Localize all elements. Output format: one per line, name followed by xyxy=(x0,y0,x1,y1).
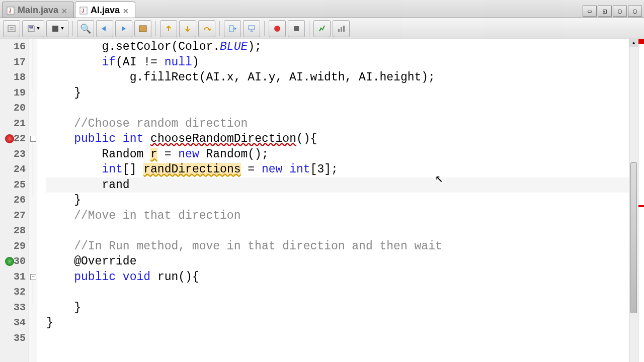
line-number: 31 xyxy=(0,269,26,285)
separator xyxy=(309,21,309,36)
line-number: 32 xyxy=(0,285,26,300)
code-area[interactable]: g.setColor(Color.BLUE); if(AI != null) g… xyxy=(37,39,629,362)
error-marker[interactable] xyxy=(638,39,644,44)
line-number: 26 xyxy=(0,193,26,208)
run-to-button[interactable] xyxy=(224,20,241,37)
java-file-icon: J xyxy=(79,7,88,15)
java-file-icon: J xyxy=(7,7,15,15)
separator xyxy=(219,21,220,36)
line-number: 23 xyxy=(0,147,26,162)
code-line[interactable]: } xyxy=(46,85,629,101)
close-icon[interactable]: ✕ xyxy=(61,7,68,14)
error-marker[interactable] xyxy=(638,205,644,207)
line-number: 17 xyxy=(0,55,26,70)
scroll-up-icon[interactable]: ▴ xyxy=(629,39,638,47)
line-number: 34 xyxy=(0,315,26,331)
tab-bar: J Main.java ✕ J AI.java ✕ ▭ ◱ ▢ ▢ xyxy=(0,0,644,18)
separator xyxy=(155,21,156,36)
code-line[interactable]: if(AI != null) xyxy=(46,55,629,70)
code-line[interactable]: } xyxy=(46,193,629,208)
line-number: 24 xyxy=(0,162,26,177)
line-number: 29 xyxy=(0,239,26,254)
fold-toggle[interactable]: − xyxy=(30,274,36,280)
find-button[interactable]: 🔍 xyxy=(77,20,94,37)
scroll-thumb[interactable] xyxy=(630,162,637,313)
code-line[interactable]: g.fillRect(AI.x, AI.y, AI.width, AI.heig… xyxy=(46,70,629,85)
heap-button[interactable] xyxy=(333,20,350,37)
svg-rect-13 xyxy=(338,29,340,32)
tab-ai-java[interactable]: J AI.java ✕ xyxy=(75,2,135,18)
svg-text:J: J xyxy=(82,8,85,14)
svg-rect-10 xyxy=(249,26,255,30)
history-dropdown[interactable]: ▼ xyxy=(46,20,68,37)
stop-button[interactable] xyxy=(288,20,305,37)
minimize-button[interactable]: ▭ xyxy=(583,6,597,17)
code-editor[interactable]: 1617181920212223242526272829303132333435… xyxy=(0,39,644,362)
line-number: 16 xyxy=(0,39,26,55)
line-number: 33 xyxy=(0,300,26,316)
code-line[interactable]: Random r = new Random(); xyxy=(46,147,629,162)
override-icon[interactable] xyxy=(5,257,14,266)
editor-toolbar: ▼ ▼ 🔍 xyxy=(0,18,644,39)
line-gutter: 1617181920212223242526272829303132333435 xyxy=(0,39,29,362)
line-number: 27 xyxy=(0,208,26,224)
code-line[interactable] xyxy=(46,331,629,346)
back-button[interactable] xyxy=(96,20,113,37)
tab-label: AI.java xyxy=(91,5,120,16)
svg-text:J: J xyxy=(9,8,12,14)
line-number: 18 xyxy=(0,70,26,85)
vertical-scrollbar[interactable]: ▴ xyxy=(629,39,638,362)
code-line[interactable] xyxy=(46,223,629,239)
code-line[interactable]: @Override xyxy=(46,254,629,269)
tab-label: Main.java xyxy=(18,5,58,16)
fold-column: −− xyxy=(29,39,37,362)
line-number: 20 xyxy=(0,101,26,116)
code-line[interactable]: //Move in that direction xyxy=(46,208,629,224)
close-icon[interactable]: ✕ xyxy=(123,7,130,14)
line-number: 21 xyxy=(0,116,26,132)
error-stripe[interactable] xyxy=(638,39,644,362)
line-number: 25 xyxy=(0,177,26,193)
tab-main-java[interactable]: J Main.java ✕ xyxy=(2,2,74,18)
code-line[interactable]: //Choose random direction xyxy=(46,116,629,132)
code-line[interactable] xyxy=(46,285,629,300)
restore-button[interactable]: ◱ xyxy=(598,6,612,17)
window-controls: ▭ ◱ ▢ ▢ xyxy=(583,6,644,18)
step-up-button[interactable] xyxy=(160,20,177,37)
fold-toggle[interactable]: − xyxy=(30,136,36,142)
save-dropdown[interactable]: ▼ xyxy=(22,20,44,37)
svg-point-11 xyxy=(274,26,280,32)
step-over-button[interactable] xyxy=(198,20,215,37)
svg-rect-12 xyxy=(294,26,299,31)
record-button[interactable] xyxy=(269,20,286,37)
code-line[interactable]: } xyxy=(46,315,629,331)
apply-button[interactable] xyxy=(243,20,260,37)
svg-rect-7 xyxy=(52,26,58,32)
code-line[interactable]: g.setColor(Color.BLUE); xyxy=(46,39,629,55)
svg-rect-14 xyxy=(341,27,342,32)
code-line[interactable]: public void run(){ xyxy=(46,269,629,285)
close-button[interactable]: ▢ xyxy=(628,6,642,17)
maximize-button[interactable]: ▢ xyxy=(613,6,627,17)
code-line[interactable]: public int chooseRandomDirection(){ xyxy=(46,131,629,147)
source-button[interactable] xyxy=(3,20,20,37)
disk-button[interactable] xyxy=(134,20,151,37)
separator xyxy=(72,21,73,36)
profile-button[interactable] xyxy=(313,20,331,37)
separator xyxy=(264,21,265,36)
svg-rect-8 xyxy=(139,26,146,32)
code-line[interactable] xyxy=(46,101,629,116)
svg-rect-15 xyxy=(343,26,345,32)
svg-rect-9 xyxy=(229,26,233,32)
line-number: 35 xyxy=(0,331,26,346)
code-line[interactable]: rand xyxy=(46,177,629,193)
code-line[interactable]: int[] randDirections = new int[3]; xyxy=(46,162,629,177)
line-number: 19 xyxy=(0,85,26,101)
svg-rect-4 xyxy=(8,26,15,32)
line-number: 28 xyxy=(0,223,26,239)
code-line[interactable]: //In Run method, move in that direction … xyxy=(46,239,629,254)
error-icon[interactable] xyxy=(5,134,14,143)
step-down-button[interactable] xyxy=(179,20,196,37)
forward-button[interactable] xyxy=(115,20,132,37)
code-line[interactable]: } xyxy=(46,300,629,316)
